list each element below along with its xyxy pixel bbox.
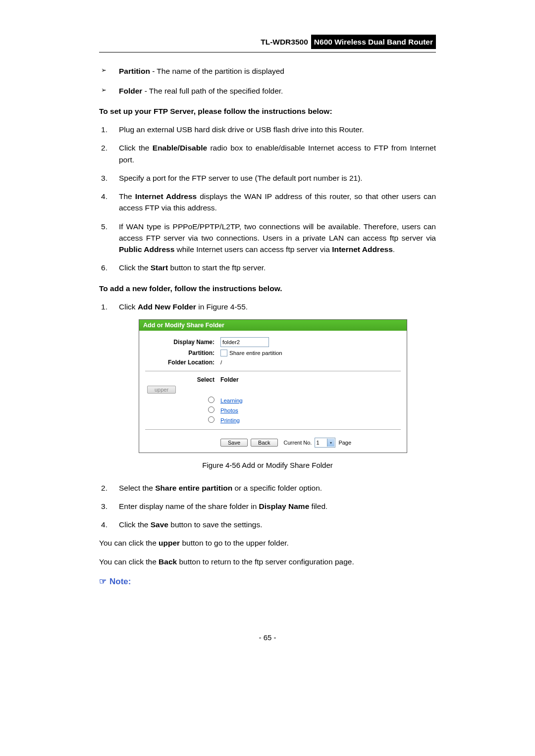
add-folder-steps: Click Add New Folder in Figure 4-55. [99, 301, 436, 312]
term-desc: - The real full path of the specified fo… [142, 87, 283, 95]
figure-caption: Figure 4-56 Add or Modify Share Folder [99, 460, 436, 471]
list-item: Click Add New Folder in Figure 4-55. [99, 301, 436, 312]
folder-link[interactable]: Printing [220, 417, 240, 423]
folder-radio[interactable] [208, 416, 214, 423]
folder-col-header: Folder [220, 376, 239, 383]
separator [145, 429, 401, 430]
list-item: Click the Enable/Disable radio box to en… [99, 142, 436, 165]
ftp-setup-heading: To set up your FTP Server, please follow… [99, 105, 436, 117]
term: Partition [119, 67, 150, 75]
ftp-steps-list: Plug an external USB hard disk drive or … [99, 124, 436, 274]
panel-title: Add or Modify Share Folder [139, 320, 407, 331]
definition-item: Partition - The name of the partition is… [99, 65, 436, 77]
list-item: The Internet Address displays the WAN IP… [99, 191, 436, 214]
term-desc: - The name of the partition is displayed [150, 67, 284, 75]
list-item: Plug an external USB hard disk drive or … [99, 124, 436, 135]
folder-location-label: Folder Location: [145, 359, 220, 366]
list-item: Click the Start button to start the ftp … [99, 262, 436, 273]
page-header: TL-WDR3500N600 Wireless Dual Band Router [99, 35, 436, 52]
list-item: Enter display name of the share folder i… [99, 501, 436, 512]
page-number: - 65 - [99, 632, 436, 644]
pointing-hand-icon: ☞ [99, 577, 107, 586]
list-item: Select the Share entire partition or a s… [99, 482, 436, 494]
select-col-header: Select [145, 376, 220, 383]
separator [145, 371, 401, 371]
share-entire-label: Share entire partition [229, 350, 282, 356]
back-button[interactable]: Back [251, 439, 277, 447]
upper-note: You can click the upper button to go to … [99, 537, 436, 549]
figure-container: Add or Modify Share Folder Display Name:… [139, 319, 436, 453]
folder-location-value: / [220, 359, 222, 365]
display-name-input[interactable] [220, 337, 269, 347]
folder-link[interactable]: Learning [220, 398, 243, 403]
term: Folder [119, 87, 142, 95]
definitions-list: Partition - The name of the partition is… [99, 65, 436, 97]
list-item: If WAN type is PPPoE/PPTP/L2TP, two conn… [99, 221, 436, 255]
page-label: Page [338, 440, 351, 446]
chevron-down-icon: ▾ [327, 439, 334, 447]
back-note: You can click the Back button to return … [99, 556, 436, 567]
definition-item: Folder - The real full path of the speci… [99, 85, 436, 97]
upper-button[interactable]: upper [147, 386, 176, 394]
page-select[interactable]: 1 ▾ [315, 438, 335, 448]
model-id: TL-WDR3500 [261, 38, 311, 46]
product-name: N600 Wireless Dual Band Router [311, 35, 436, 49]
share-entire-checkbox[interactable] [220, 350, 227, 356]
list-item: Specify a port for the FTP server to use… [99, 172, 436, 184]
folder-link[interactable]: Photos [220, 407, 238, 413]
list-item: Click the Save button to save the settin… [99, 519, 436, 530]
folder-radio[interactable] [208, 406, 214, 413]
display-name-label: Display Name: [145, 339, 220, 346]
page-select-value: 1 [316, 440, 319, 446]
add-modify-folder-panel: Add or Modify Share Folder Display Name:… [139, 319, 407, 453]
add-folder-heading: To add a new folder, follow the instruct… [99, 283, 436, 294]
note-heading: ☞Note: [99, 575, 436, 588]
current-no-label: Current No. [284, 440, 312, 446]
post-steps: Select the Share entire partition or a s… [99, 482, 436, 531]
partition-label: Partition: [145, 350, 220, 356]
note-label: Note: [109, 577, 131, 586]
folder-radio[interactable] [208, 397, 214, 403]
save-button[interactable]: Save [220, 439, 248, 447]
